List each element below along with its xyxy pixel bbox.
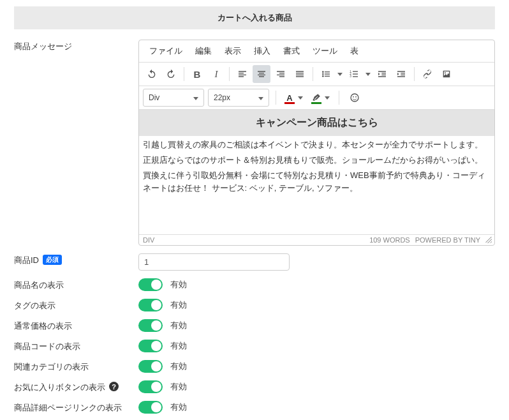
menu-insert[interactable]: 挿入 — [247, 43, 277, 59]
align-left-icon[interactable] — [233, 65, 251, 83]
toggle-state-label: 有効 — [170, 340, 187, 352]
svg-point-0 — [322, 71, 324, 73]
svg-rect-9 — [353, 73, 358, 74]
toggle-show-tag[interactable] — [138, 299, 163, 311]
svg-rect-1 — [325, 71, 330, 72]
label-show-detail-link: 商品詳細ページリンクの表示 — [14, 402, 122, 414]
number-list-icon[interactable]: 123 — [345, 65, 363, 83]
editor-paragraph: 正規店ならではのサポート＆特別お見積もりで販売。ショールームだからお得がいっぱい… — [139, 151, 494, 167]
menu-file[interactable]: ファイル — [143, 43, 189, 59]
toggle-state-label: 有効 — [170, 299, 187, 311]
element-path[interactable]: DIV — [142, 236, 154, 244]
link-icon[interactable] — [418, 65, 436, 83]
undo-icon[interactable] — [143, 65, 161, 83]
editor-content-area[interactable]: キャンペーン商品はこちら 引越し買替えの家具のご相談は本イベントで決まり。本セン… — [139, 110, 494, 234]
toggle-show-detail-link[interactable] — [138, 401, 163, 414]
toggle-state-label: 有効 — [170, 381, 187, 393]
toggle-state-label: 有効 — [170, 320, 187, 331]
bold-icon[interactable]: B — [188, 65, 206, 83]
menu-table[interactable]: 表 — [344, 43, 365, 59]
toggle-show-favorite[interactable] — [138, 380, 163, 393]
editor-toolbar-1: B I 123 — [139, 63, 494, 86]
svg-rect-5 — [325, 76, 330, 77]
indent-icon[interactable] — [392, 65, 410, 83]
resize-grip-icon[interactable] — [485, 237, 492, 243]
outdent-icon[interactable] — [373, 65, 391, 83]
label-show-name: 商品名の表示 — [14, 280, 64, 291]
toggle-state-label: 有効 — [170, 361, 187, 372]
toggle-state-label: 有効 — [170, 279, 187, 290]
toggle-show-price[interactable] — [138, 319, 163, 332]
svg-point-4 — [322, 75, 324, 77]
editor-statusbar: DIV 109 WORDS POWERED BY TINY — [139, 234, 494, 245]
editor-toolbar-2: Div 22px A — [139, 86, 494, 110]
number-list-dropdown-icon[interactable] — [363, 65, 372, 83]
menu-format[interactable]: 書式 — [277, 43, 306, 59]
toggle-state-label: 有効 — [170, 401, 187, 413]
menu-edit[interactable]: 編集 — [189, 43, 218, 59]
label-show-tag: タグの表示 — [14, 300, 55, 311]
toggle-show-code[interactable] — [138, 340, 163, 352]
label-product-id: 商品ID — [14, 255, 39, 266]
rich-text-editor: ファイル 編集 表示 挿入 書式 ツール 表 B I — [138, 40, 495, 246]
word-count: 109 WORDS — [369, 236, 410, 244]
svg-text:3: 3 — [350, 75, 351, 78]
toggle-show-name[interactable] — [138, 278, 163, 291]
menu-view[interactable]: 表示 — [218, 43, 247, 59]
redo-icon[interactable] — [162, 65, 180, 83]
toggle-show-category[interactable] — [138, 360, 163, 373]
svg-rect-11 — [353, 76, 358, 77]
menu-tools[interactable]: ツール — [306, 43, 344, 59]
svg-rect-3 — [325, 73, 330, 74]
label-product-message: 商品メッセージ — [14, 41, 72, 52]
format-select[interactable]: Div — [143, 89, 204, 107]
align-right-icon[interactable] — [272, 65, 290, 83]
align-center-icon[interactable] — [253, 65, 270, 83]
svg-rect-7 — [353, 71, 358, 71]
bullet-list-dropdown-icon[interactable] — [335, 65, 344, 83]
label-show-price: 通常価格の表示 — [14, 320, 72, 332]
label-show-category: 関連カテゴリの表示 — [14, 361, 89, 373]
italic-icon[interactable]: I — [207, 65, 225, 83]
highlight-color-button[interactable] — [309, 89, 332, 107]
label-show-favorite: お気に入りボタンの表示 — [14, 382, 105, 393]
editor-paragraph: 引越し買替えの家具のご相談は本イベントで決まり。本センターが全力でサポートします… — [139, 136, 494, 151]
fontsize-select[interactable]: 22px — [208, 89, 269, 107]
svg-point-13 — [353, 96, 354, 98]
text-color-button[interactable]: A — [283, 89, 306, 107]
required-badge: 必須 — [43, 255, 62, 265]
svg-point-2 — [322, 73, 324, 75]
label-show-code: 商品コードの表示 — [14, 341, 80, 352]
svg-point-12 — [351, 94, 358, 101]
help-icon[interactable]: ? — [109, 382, 119, 391]
product-id-input[interactable] — [138, 253, 290, 271]
align-justify-icon[interactable] — [291, 65, 309, 83]
editor-paragraph: 買換えに伴う引取処分無料・会場にて特別なお見積り・WEB事前予約で特典あり・コー… — [139, 167, 494, 195]
section-header: カートへ入れる商品 — [14, 6, 495, 29]
campaign-heading: キャンペーン商品はこちら — [139, 110, 494, 136]
powered-by: POWERED BY TINY — [415, 236, 480, 244]
bullet-list-icon[interactable] — [317, 65, 335, 83]
svg-point-14 — [355, 96, 357, 98]
image-icon[interactable] — [438, 65, 455, 83]
editor-menubar: ファイル 編集 表示 挿入 書式 ツール 表 — [139, 40, 494, 63]
emoji-icon[interactable] — [346, 89, 364, 107]
